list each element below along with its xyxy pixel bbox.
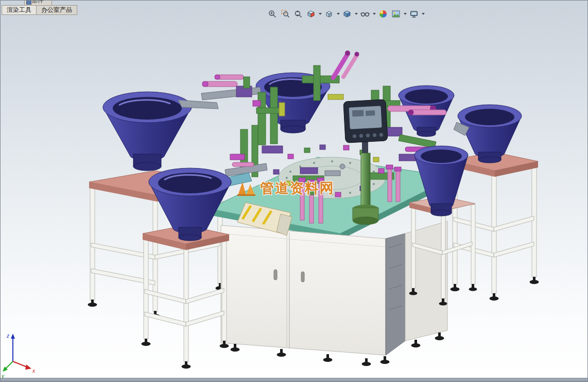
hmi-screen — [349, 106, 382, 129]
tab-render-tools[interactable]: 渲染工具 — [2, 5, 36, 15]
bowl-feeder-left[interactable] — [103, 92, 218, 171]
view-settings-button[interactable] — [408, 8, 420, 20]
stand-right[interactable] — [451, 152, 539, 301]
model-scene: z x y — [1, 1, 588, 382]
apply-scene-button[interactable] — [390, 8, 402, 20]
zoom-in-out-button[interactable] — [292, 8, 304, 20]
section-view-icon — [306, 9, 316, 19]
zoom-in-out-icon — [293, 9, 303, 19]
zoom-to-fit-icon — [268, 9, 277, 19]
display-style-button[interactable] — [341, 8, 353, 20]
triad-x-label: x — [32, 368, 36, 374]
zoom-to-fit-button[interactable] — [266, 8, 279, 20]
edit-appearance-button[interactable] — [377, 8, 389, 20]
graphics-viewport[interactable]: z x y 管道资料网 — [1, 1, 587, 381]
hide-show-items-icon — [360, 9, 370, 19]
commandmanager-tabs: 渲染工具 办公室产品 — [2, 5, 77, 15]
display-style-icon — [342, 9, 352, 19]
display-style-dropdown[interactable] — [354, 8, 358, 20]
edit-appearance-icon — [378, 9, 388, 19]
apply-scene-icon — [391, 9, 401, 19]
zoom-to-area-button[interactable] — [279, 8, 291, 20]
view-orientation-button[interactable] — [323, 8, 335, 20]
tab-office-products[interactable]: 办公室产品 — [36, 5, 77, 15]
section-view-dropdown[interactable] — [318, 8, 322, 20]
orientation-triad: z x y — [1, 333, 36, 379]
triad-z-label: z — [6, 333, 9, 339]
section-view-button[interactable] — [305, 8, 317, 20]
hide-show-items-button[interactable] — [359, 8, 371, 20]
apply-scene-dropdown[interactable] — [403, 8, 407, 20]
view-orientation-dropdown[interactable] — [336, 8, 340, 20]
zoom-to-area-icon — [281, 9, 290, 19]
view-settings-dropdown[interactable] — [421, 8, 425, 20]
solidworks-window: z x y 管道资料网 部件 渲染工具 办公室产品 — [0, 0, 588, 382]
view-orientation-icon — [324, 9, 334, 19]
view-settings-icon — [409, 9, 419, 19]
heads-up-toolbar — [266, 8, 425, 20]
status-bar-edge — [1, 378, 587, 381]
hide-show-items-dropdown[interactable] — [372, 8, 376, 20]
fragment-icon — [26, 1, 31, 5]
